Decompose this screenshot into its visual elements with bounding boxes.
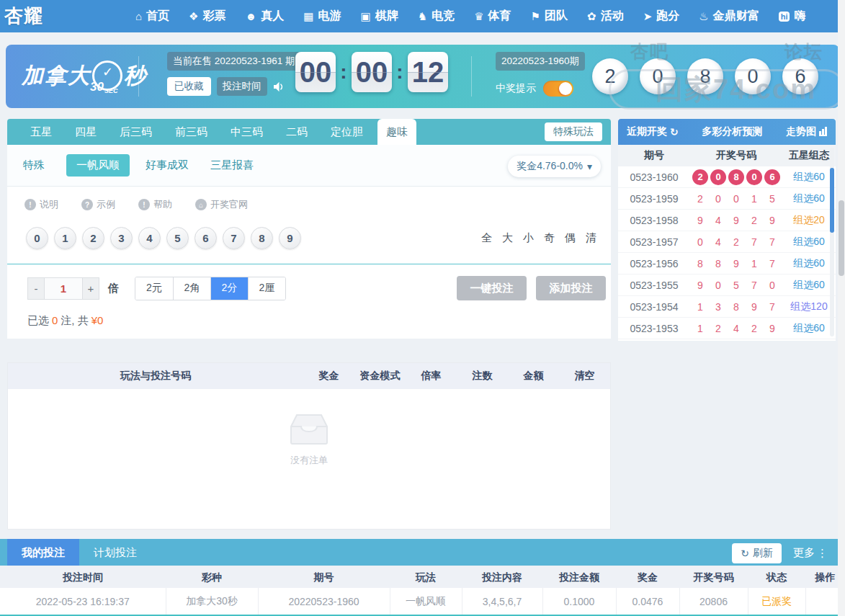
nav-label: 真人: [261, 9, 284, 24]
page-scrollbar-track[interactable]: [838, 0, 845, 616]
quick-bet-button[interactable]: 一键投注: [457, 276, 527, 300]
play-type-tabs: 五星 四星 后三码 前三码 中三码 二码 定位胆 趣味 特殊玩法: [7, 119, 611, 145]
nav-item-activity[interactable]: ✿活动: [587, 9, 624, 24]
pattern-link[interactable]: 组选60: [782, 257, 836, 270]
bet-time-badge[interactable]: 投注时间: [217, 77, 267, 96]
esports-icon: ♞: [418, 10, 427, 23]
nav-item-lottery[interactable]: ❖彩票: [189, 9, 225, 24]
multiplier-minus-button[interactable]: -: [27, 277, 45, 300]
more-button[interactable]: 更多⋮: [793, 546, 828, 560]
tab-analysis-prediction[interactable]: 多彩分析预测: [702, 125, 762, 138]
bet-record-row: 2022-05-23 16:19:37 加拿大30秒 20220523-1960…: [0, 588, 845, 615]
multiplier-input[interactable]: [45, 277, 82, 300]
tab-zhongsanma[interactable]: 中三码: [222, 119, 272, 145]
tab-plan-bets[interactable]: 计划投注: [79, 539, 151, 566]
nav-item-team[interactable]: ⚑团队: [531, 9, 568, 24]
lottery-icon: ❖: [189, 10, 198, 23]
nav-item-paofen[interactable]: ➤跑分: [643, 9, 680, 24]
subtab-sanxingbaoxi[interactable]: 三星报喜: [210, 154, 254, 177]
multiplier-plus-button[interactable]: +: [82, 277, 99, 300]
recent-row: 0523-1953 12429 组选60: [618, 318, 836, 339]
add-bet-button[interactable]: 添加投注: [536, 276, 606, 300]
refresh-button[interactable]: ↻刷新: [732, 543, 782, 563]
quick-big[interactable]: 大: [502, 231, 513, 245]
tab-wuxing[interactable]: 五星: [22, 119, 61, 145]
nav-item-hi[interactable]: hi嗨: [779, 9, 806, 24]
tab-recent-draws[interactable]: 近期开奖↻: [627, 125, 679, 138]
clear-all-column[interactable]: 清空: [559, 370, 610, 383]
nav-label: 金鼎财富: [713, 9, 759, 24]
bet-slip-table: 玩法与投注号码 奖金 资金模式 倍率 注数 金额 清空 没有注单: [7, 362, 611, 530]
quick-even[interactable]: 偶: [565, 231, 576, 245]
chevron-down-icon: ▾: [587, 161, 592, 172]
nav-item-esports[interactable]: ♞电竞: [418, 9, 455, 24]
pattern-link[interactable]: 组选120: [782, 300, 836, 313]
bet-slip-header: 玩法与投注号码 奖金 资金模式 倍率 注数 金额 清空: [8, 363, 610, 389]
unit-jiao[interactable]: 2角: [173, 277, 210, 300]
win-tip-toggle[interactable]: [543, 81, 573, 97]
nav-item-wealth[interactable]: ♨金鼎财富: [699, 9, 759, 24]
pattern-link[interactable]: 组选20: [782, 214, 836, 227]
col-multiplier: 倍率: [406, 370, 457, 383]
pick-ball-4[interactable]: 4: [138, 227, 161, 249]
nav-item-sports[interactable]: ♛体育: [474, 9, 511, 24]
recent-row: 0523-1956 88917 组选60: [618, 253, 836, 274]
nav-item-boardgames[interactable]: ▣棋牌: [361, 9, 398, 24]
tab-trend-chart[interactable]: 走势图: [786, 125, 827, 138]
pattern-link[interactable]: 组选60: [782, 279, 836, 292]
pick-ball-1[interactable]: 1: [54, 227, 76, 249]
tab-dingweidan[interactable]: 定位胆: [322, 119, 372, 145]
panel-scrollbar-track[interactable]: [830, 148, 834, 336]
special-play-button[interactable]: 特殊玩法: [545, 122, 602, 141]
pick-ball-8[interactable]: 8: [251, 227, 273, 249]
table-header-row: 投注时间 彩种 期号 玩法 投注内容 投注金额 奖金 开奖号码 状态 操作: [0, 567, 845, 588]
tab-erma[interactable]: 二码: [277, 119, 316, 145]
nav-item-live[interactable]: ☻真人: [246, 9, 285, 24]
tab-housanma[interactable]: 后三码: [111, 119, 161, 145]
pick-ball-9[interactable]: 9: [279, 227, 301, 249]
status-badge: 已派奖: [748, 588, 805, 615]
unit-yuan[interactable]: 2元: [135, 277, 173, 300]
quick-small[interactable]: 小: [523, 231, 534, 245]
panel-scrollbar-thumb[interactable]: [830, 168, 834, 233]
bonus-rate-select[interactable]: 奖金4.76-0.0% ▾: [508, 156, 601, 177]
pattern-link[interactable]: 组选60: [782, 322, 836, 335]
quick-all[interactable]: 全: [481, 231, 492, 245]
top-navbar: 杏耀 ⌂首页 ❖彩票 ☻真人 ▦电游 ▣棋牌 ♞电竞 ♛体育 ⚑团队 ✿活动 ➤…: [0, 0, 845, 32]
page-scrollbar-thumb[interactable]: [839, 200, 844, 276]
speaker-icon[interactable]: [273, 81, 285, 92]
recent-row: 0523-1954 13897 组选120: [618, 296, 836, 318]
pick-ball-0[interactable]: 0: [26, 227, 48, 249]
pattern-link[interactable]: 组选60: [782, 192, 836, 205]
pattern-link[interactable]: 组选60: [782, 171, 836, 184]
subtab-teshu[interactable]: 特殊: [23, 154, 45, 177]
tab-sixing[interactable]: 四星: [66, 119, 105, 145]
nav-item-home[interactable]: ⌂首页: [135, 9, 169, 24]
tab-qiansanma[interactable]: 前三码: [166, 119, 216, 145]
help-link-official-site[interactable]: ⌂开奖官网: [195, 198, 248, 211]
help-link-bangzhu[interactable]: !帮助: [138, 198, 172, 211]
help-link-shuoming[interactable]: !说明: [24, 198, 58, 211]
favorite-button[interactable]: 已收藏: [167, 77, 211, 96]
unit-fen-active[interactable]: 2分: [210, 277, 248, 300]
pick-ball-7[interactable]: 7: [223, 227, 245, 249]
tab-my-bets-active[interactable]: 我的投注: [7, 539, 79, 566]
pick-ball-6[interactable]: 6: [195, 227, 217, 249]
nav-item-egames[interactable]: ▦电游: [303, 9, 341, 24]
subtab-yifanfengshun-active[interactable]: 一帆风顺: [66, 154, 130, 177]
refresh-icon: ↻: [670, 126, 679, 138]
pick-ball-3[interactable]: 3: [110, 227, 133, 249]
nav-label: 嗨: [794, 9, 805, 24]
help-link-shili[interactable]: ?示例: [81, 198, 115, 211]
pattern-link[interactable]: 组选60: [782, 236, 836, 249]
subtab-haoshichengshuang[interactable]: 好事成双: [146, 154, 189, 177]
unit-li[interactable]: 2厘: [248, 277, 285, 300]
pick-ball-2[interactable]: 2: [82, 227, 104, 249]
quick-clear[interactable]: 清: [586, 231, 596, 245]
pick-ball-5[interactable]: 5: [166, 227, 189, 249]
col-bet-content: 投注内容: [462, 567, 542, 588]
tab-quwei-active[interactable]: 趣味: [377, 119, 416, 145]
money-unit-group: 2元 2角 2分 2厘: [135, 277, 286, 300]
trophy-icon: ♛: [474, 10, 483, 23]
quick-odd[interactable]: 奇: [544, 231, 555, 245]
